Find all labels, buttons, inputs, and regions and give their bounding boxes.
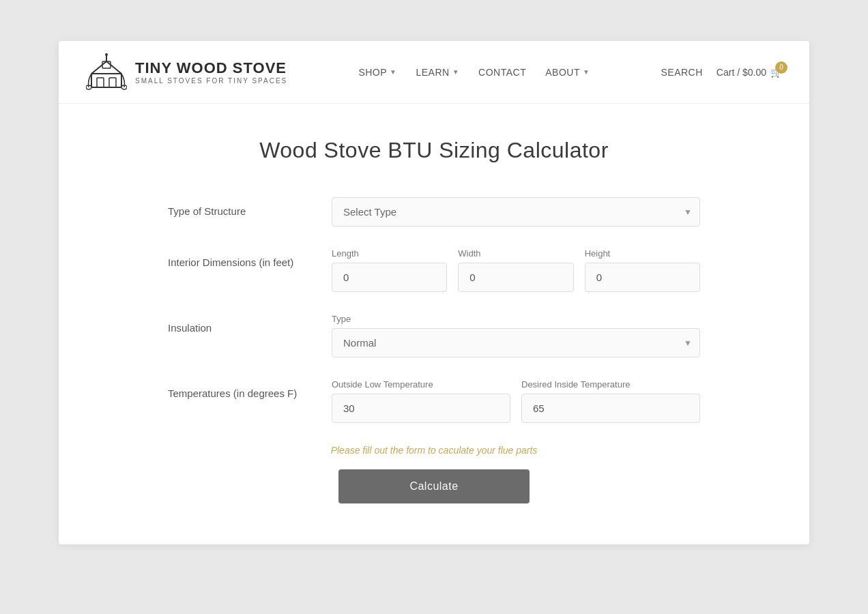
svg-rect-0 (91, 74, 121, 87)
height-label: Height (585, 248, 700, 259)
cart-badge: 0 (775, 61, 787, 74)
temperatures-label: Temperatures (in degrees F) (168, 379, 332, 399)
structure-label: Type of Structure (168, 197, 332, 217)
insulation-type-label: Type (332, 314, 700, 324)
temperatures-row: Temperatures (in degrees F) Outside Low … (168, 379, 700, 423)
dimensions-fields: Length Width Height (332, 248, 700, 292)
calculate-button[interactable]: Calculate (338, 469, 530, 503)
inside-temp-label: Desired Inside Temperature (521, 379, 700, 390)
chevron-down-icon: ▼ (583, 68, 590, 76)
svg-rect-3 (102, 61, 111, 68)
height-group: Height (585, 248, 700, 292)
logo-text: TINY WOOD STOVE SMALL STOVES FOR TINY SP… (135, 59, 287, 85)
insulation-row: Insulation Type Normal Poor Good Excelle… (168, 314, 700, 357)
width-input[interactable] (458, 263, 573, 292)
logo-icon (86, 53, 127, 91)
inside-temp-group: Desired Inside Temperature (521, 379, 700, 423)
outside-temp-group: Outside Low Temperature (332, 379, 510, 423)
svg-rect-2 (109, 78, 116, 87)
insulation-select[interactable]: Normal Poor Good Excellent (332, 328, 700, 357)
structure-fields: Select Type House Cabin RV/Camper Tiny H… (332, 197, 700, 226)
logo-subtitle: SMALL STOVES FOR TINY SPACES (135, 77, 287, 85)
nav-contact[interactable]: CONTACT (478, 67, 526, 78)
nav-about[interactable]: ABOUT ▼ (545, 67, 590, 78)
insulation-select-wrapper: Normal Poor Good Excellent ▼ (332, 328, 700, 357)
calculator-form: Type of Structure Select Type House Cabi… (168, 197, 700, 503)
width-group: Width (458, 248, 573, 292)
length-input[interactable] (332, 263, 447, 292)
main-content: Wood Stove BTU Sizing Calculator Type of… (59, 104, 809, 544)
outside-temp-label: Outside Low Temperature (332, 379, 510, 390)
height-input[interactable] (585, 263, 700, 292)
structure-row: Type of Structure Select Type House Cabi… (168, 197, 700, 226)
page-title: Wood Stove BTU Sizing Calculator (86, 138, 782, 163)
nav-shop[interactable]: SHOP ▼ (358, 67, 396, 78)
validation-message: Please fill out the form to caculate you… (168, 445, 700, 456)
insulation-label: Insulation (168, 314, 332, 334)
svg-rect-1 (97, 78, 104, 87)
svg-point-5 (105, 53, 108, 56)
logo-title: TINY WOOD STOVE (135, 59, 287, 77)
dimensions-label: Interior Dimensions (in feet) (168, 248, 332, 268)
site-header: TINY WOOD STOVE SMALL STOVES FOR TINY SP… (59, 41, 809, 104)
search-link[interactable]: SEARCH (661, 67, 702, 78)
length-label: Length (332, 248, 447, 259)
logo-area: TINY WOOD STOVE SMALL STOVES FOR TINY SP… (86, 53, 287, 91)
nav-learn[interactable]: LEARN ▼ (416, 67, 460, 78)
length-group: Length (332, 248, 447, 292)
chevron-down-icon: ▼ (390, 68, 396, 76)
nav-right: SEARCH Cart / $0.00 🛒 0 (661, 67, 782, 78)
inside-temp-input[interactable] (521, 394, 700, 423)
main-nav: SHOP ▼ LEARN ▼ CONTACT ABOUT ▼ (358, 67, 590, 78)
structure-select-wrapper: Select Type House Cabin RV/Camper Tiny H… (332, 197, 700, 226)
dimensions-row: Interior Dimensions (in feet) Length Wid… (168, 248, 700, 292)
temperatures-fields: Outside Low Temperature Desired Inside T… (332, 379, 700, 423)
structure-select[interactable]: Select Type House Cabin RV/Camper Tiny H… (332, 197, 700, 226)
insulation-fields: Type Normal Poor Good Excellent ▼ (332, 314, 700, 357)
width-label: Width (458, 248, 573, 259)
page-wrapper: TINY WOOD STOVE SMALL STOVES FOR TINY SP… (59, 41, 809, 544)
outside-temp-input[interactable] (332, 394, 510, 423)
cart-button[interactable]: Cart / $0.00 🛒 0 (717, 67, 782, 78)
chevron-down-icon: ▼ (452, 68, 459, 76)
